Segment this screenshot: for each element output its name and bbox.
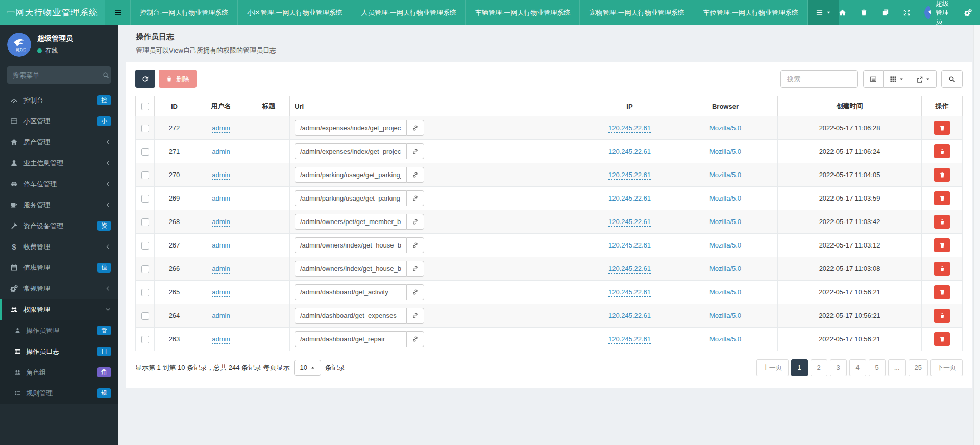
refresh-button[interactable] xyxy=(135,70,155,88)
prev-page-button[interactable]: 上一页 xyxy=(756,359,789,376)
row-checkbox[interactable] xyxy=(141,171,149,179)
username-link[interactable]: admin xyxy=(212,288,230,297)
open-url-button[interactable] xyxy=(406,190,424,206)
sidebar-item-8[interactable]: 值班管理值 xyxy=(0,257,118,278)
username-link[interactable]: admin xyxy=(212,171,230,180)
row-checkbox[interactable] xyxy=(141,242,149,250)
sidebar-subitem-1[interactable]: 操作员日志日 xyxy=(0,341,118,362)
settings-cogs-icon[interactable] xyxy=(964,9,972,16)
open-url-button[interactable] xyxy=(406,237,424,253)
row-checkbox[interactable] xyxy=(141,336,149,343)
username-link[interactable]: admin xyxy=(212,265,230,274)
column-header-4[interactable]: IP xyxy=(586,96,673,116)
columns-button[interactable] xyxy=(884,70,910,88)
sidebar-toggle-icon[interactable] xyxy=(105,0,130,25)
ip-link[interactable]: 120.245.22.61 xyxy=(608,312,651,320)
row-delete-button[interactable] xyxy=(934,285,950,299)
clear-cache-icon[interactable] xyxy=(860,9,868,16)
toggle-view-button[interactable] xyxy=(863,70,884,88)
search-toggle-button[interactable] xyxy=(941,70,963,88)
sidebar-item-7[interactable]: $收费管理 xyxy=(0,236,118,257)
open-url-button[interactable] xyxy=(406,308,424,324)
url-input[interactable] xyxy=(295,284,406,300)
row-delete-button[interactable] xyxy=(934,191,950,205)
column-header-7[interactable]: 操作 xyxy=(922,96,963,116)
page-button-4[interactable]: 4 xyxy=(849,359,866,376)
app-logo[interactable]: 一网天行物业管理系统 xyxy=(0,0,105,25)
url-input[interactable] xyxy=(295,143,406,159)
page-button-1[interactable]: 1 xyxy=(791,359,808,376)
tabs-dropdown-button[interactable] xyxy=(808,0,839,25)
ip-link[interactable]: 120.245.22.61 xyxy=(608,241,651,250)
browser-link[interactable]: Mozilla/5.0 xyxy=(709,194,741,202)
row-checkbox[interactable] xyxy=(141,148,149,156)
topbar-tab-1[interactable]: 小区管理-一网天行物业管理系统 xyxy=(238,0,352,25)
open-url-button[interactable] xyxy=(406,214,424,230)
row-delete-button[interactable] xyxy=(934,262,950,276)
sidebar-avatar[interactable]: 一网天行 xyxy=(7,33,31,57)
sidebar-item-5[interactable]: 服务管理 xyxy=(0,194,118,215)
column-header-3[interactable]: Url xyxy=(290,96,586,116)
column-header-1[interactable]: 用户名 xyxy=(194,96,248,116)
topbar-tab-4[interactable]: 宠物管理-一网天行物业管理系统 xyxy=(580,0,694,25)
scrollbar-rail[interactable] xyxy=(973,25,980,445)
ip-link[interactable]: 120.245.22.61 xyxy=(608,335,651,344)
sidebar-item-1[interactable]: 小区管理小 xyxy=(0,111,118,132)
username-link[interactable]: admin xyxy=(212,312,230,320)
row-delete-button[interactable] xyxy=(934,121,950,135)
row-delete-button[interactable] xyxy=(934,144,950,158)
browser-link[interactable]: Mozilla/5.0 xyxy=(709,335,741,343)
ip-link[interactable]: 120.245.22.61 xyxy=(608,265,651,274)
avatar[interactable] xyxy=(924,5,931,20)
ip-link[interactable]: 120.245.22.61 xyxy=(608,194,651,203)
url-input[interactable] xyxy=(295,190,406,206)
url-input[interactable] xyxy=(295,237,406,253)
username-link[interactable]: admin xyxy=(212,147,230,156)
row-checkbox[interactable] xyxy=(141,125,149,132)
column-header-5[interactable]: Browser xyxy=(673,96,778,116)
browser-link[interactable]: Mozilla/5.0 xyxy=(709,241,741,249)
row-delete-button[interactable] xyxy=(934,238,950,252)
page-button-2[interactable]: 2 xyxy=(811,359,827,376)
menu-search-input[interactable] xyxy=(13,71,103,79)
open-url-button[interactable] xyxy=(406,331,424,347)
sidebar-item-2[interactable]: 房产管理 xyxy=(0,132,118,153)
ip-link[interactable]: 120.245.22.61 xyxy=(608,171,651,180)
open-url-button[interactable] xyxy=(406,120,424,136)
row-delete-button[interactable] xyxy=(934,309,950,323)
topbar-tab-0[interactable]: 控制台-一网天行物业管理系统 xyxy=(130,0,238,25)
row-checkbox[interactable] xyxy=(141,312,149,320)
topbar-tab-5[interactable]: 车位管理-一网天行物业管理系统 xyxy=(694,0,808,25)
row-checkbox[interactable] xyxy=(141,195,149,203)
page-button-5[interactable]: 5 xyxy=(869,359,886,376)
username-link[interactable]: admin xyxy=(212,218,230,227)
url-input[interactable] xyxy=(295,308,406,324)
sidebar-item-4[interactable]: 停车位管理 xyxy=(0,174,118,194)
page-button-3[interactable]: 3 xyxy=(830,359,847,376)
sidebar-subitem-3[interactable]: 规则管理规 xyxy=(0,383,118,404)
browser-link[interactable]: Mozilla/5.0 xyxy=(709,171,741,179)
sidebar-item-0[interactable]: 控制台控 xyxy=(0,90,118,111)
home-icon[interactable] xyxy=(839,9,846,16)
open-url-button[interactable] xyxy=(406,167,424,183)
table-search-input[interactable] xyxy=(780,70,858,88)
page-ellipsis[interactable]: ... xyxy=(888,359,906,376)
delete-button[interactable]: 删除 xyxy=(159,70,197,88)
page-size-select[interactable]: 10 xyxy=(294,360,321,376)
username-link[interactable]: admin xyxy=(212,335,230,344)
export-button[interactable] xyxy=(910,70,937,88)
column-header-6[interactable]: 创建时间 xyxy=(778,96,922,116)
username-link[interactable]: admin xyxy=(212,194,230,203)
row-delete-button[interactable] xyxy=(934,332,950,346)
row-checkbox[interactable] xyxy=(141,265,149,273)
row-delete-button[interactable] xyxy=(934,215,950,229)
username-link[interactable]: admin xyxy=(212,124,230,133)
fullscreen-icon[interactable] xyxy=(903,9,911,16)
url-input[interactable] xyxy=(295,331,406,347)
next-page-button[interactable]: 下一页 xyxy=(930,359,963,376)
url-input[interactable] xyxy=(295,120,406,136)
open-url-button[interactable] xyxy=(406,261,424,277)
sidebar-item-10[interactable]: 权限管理 xyxy=(0,299,118,320)
row-checkbox[interactable] xyxy=(141,218,149,226)
copy-pages-icon[interactable] xyxy=(881,9,889,16)
